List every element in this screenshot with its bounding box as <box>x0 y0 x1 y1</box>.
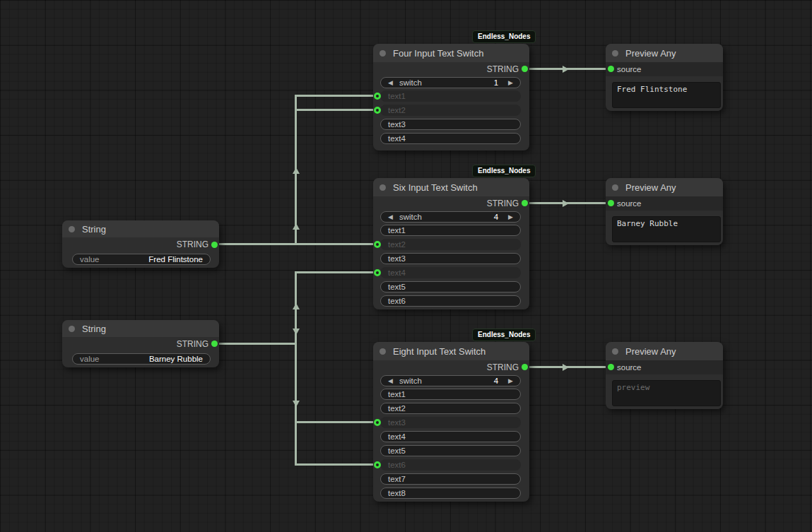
input-label: text4 <box>388 268 406 277</box>
text-widget-text6[interactable]: text6 <box>380 295 521 307</box>
collapse-dot-icon[interactable] <box>69 226 75 232</box>
text-widget-text2[interactable]: text2 <box>380 403 521 414</box>
input-row-text1[interactable]: text1 <box>380 90 521 102</box>
text-widget-text7[interactable]: text7 <box>380 473 521 485</box>
widget-label: text6 <box>388 297 406 305</box>
wire-arrow-up-icon <box>293 223 300 230</box>
preview-textarea[interactable]: Fred Flintstone <box>612 82 721 108</box>
preview-textarea[interactable]: Barney Rubble <box>612 216 721 242</box>
input-socket-switch4-text1[interactable] <box>374 93 381 100</box>
output-socket-switch6[interactable] <box>522 200 528 206</box>
collapse-dot-icon[interactable] <box>379 348 386 355</box>
preview-textarea[interactable]: preview <box>612 380 721 406</box>
collapse-dot-icon[interactable] <box>612 348 618 355</box>
input-row-text3[interactable]: text3 <box>380 417 521 428</box>
graph-canvas[interactable]: Endless_Nodes Endless_Nodes Endless_Node… <box>0 0 812 532</box>
output-slot-label: STRING <box>487 64 519 74</box>
input-socket-switch6-text4[interactable] <box>374 269 381 276</box>
widget-label: text7 <box>388 475 406 483</box>
step-left-icon[interactable]: ◀ <box>388 378 393 384</box>
text-widget-text1[interactable]: text1 <box>380 389 521 400</box>
text-widget-text1[interactable]: text1 <box>380 225 521 236</box>
step-right-icon[interactable]: ▶ <box>508 378 513 384</box>
output-slot-row: STRING <box>373 360 529 374</box>
input-slot-label: source <box>617 199 642 208</box>
node-four-input-text-switch: Four Input Text Switch STRING ◀ switch 1… <box>373 44 529 150</box>
output-socket-switch4[interactable] <box>522 66 528 72</box>
text-widget-text3[interactable]: text3 <box>380 253 521 264</box>
widget-label: text8 <box>388 489 406 497</box>
collapse-dot-icon[interactable] <box>612 50 618 57</box>
switch-widget[interactable]: ◀ switch 4 ▶ <box>380 211 521 223</box>
input-socket-switch8-text6[interactable] <box>374 461 381 468</box>
step-left-icon[interactable]: ◀ <box>388 214 393 220</box>
input-socket-preview1-source[interactable] <box>608 66 614 72</box>
widget-label: switch <box>399 213 422 221</box>
step-right-icon[interactable]: ▶ <box>508 80 513 86</box>
value-widget[interactable]: value Barney Rubble <box>72 353 211 365</box>
input-socket-switch4-text2[interactable] <box>374 107 381 114</box>
input-socket-preview2-source[interactable] <box>608 200 614 206</box>
link-wire <box>295 421 377 423</box>
node-titlebar[interactable]: String <box>62 320 219 337</box>
output-slot-label: STRING <box>487 362 519 372</box>
input-row-text4[interactable]: text4 <box>380 267 521 278</box>
input-label: text2 <box>388 240 406 249</box>
node-titlebar[interactable]: Four Input Text Switch <box>373 44 529 62</box>
output-slot-row: STRING <box>62 237 219 252</box>
text-widget-text8[interactable]: text8 <box>380 487 521 499</box>
collapse-dot-icon[interactable] <box>612 184 618 191</box>
input-slot-label: source <box>617 65 642 73</box>
input-slot-row: source <box>606 360 723 374</box>
input-row-text2[interactable]: text2 <box>380 105 521 116</box>
node-titlebar[interactable]: Eight Input Text Switch <box>373 342 529 360</box>
output-slot-row: STRING <box>62 337 219 351</box>
text-widget-text3[interactable]: text3 <box>380 119 521 130</box>
node-titlebar[interactable]: String <box>62 220 219 237</box>
widget-label: text1 <box>388 390 406 398</box>
collapse-dot-icon[interactable] <box>379 184 386 191</box>
node-title: String <box>82 324 106 334</box>
input-slot-row: source <box>606 196 723 211</box>
node-titlebar[interactable]: Preview Any <box>606 178 723 196</box>
widget-label: value <box>80 355 100 363</box>
input-socket-preview3-source[interactable] <box>608 364 614 370</box>
widget-value: 4 <box>494 377 498 385</box>
widget-label: text5 <box>388 283 406 291</box>
input-socket-switch8-text3[interactable] <box>374 419 381 426</box>
output-slot-label: STRING <box>487 199 519 208</box>
text-widget-text4[interactable]: text4 <box>380 133 521 144</box>
text-widget-text5[interactable]: text5 <box>380 281 521 292</box>
widget-label: text2 <box>388 404 406 413</box>
collapse-dot-icon[interactable] <box>69 326 75 332</box>
link-wire <box>295 109 377 111</box>
text-widget-text5[interactable]: text5 <box>380 445 521 456</box>
input-row-text2[interactable]: text2 <box>380 239 521 250</box>
node-titlebar[interactable]: Preview Any <box>606 342 723 360</box>
widget-value: Fred Flintstone <box>148 255 203 264</box>
text-widget-text4[interactable]: text4 <box>380 431 521 442</box>
node-six-input-text-switch: Six Input Text Switch STRING ◀ switch 4 … <box>373 178 529 309</box>
input-label: text1 <box>388 92 406 100</box>
node-title: Preview Any <box>625 48 676 59</box>
output-socket-string1[interactable] <box>211 242 218 248</box>
widget-label: switch <box>399 78 422 87</box>
step-right-icon[interactable]: ▶ <box>508 214 513 220</box>
node-string-1: String STRING value Fred Flintstone <box>62 220 219 268</box>
wire-arrow-up-icon <box>293 167 300 174</box>
output-socket-string2[interactable] <box>211 341 218 347</box>
step-left-icon[interactable]: ◀ <box>388 80 393 86</box>
collapse-dot-icon[interactable] <box>379 50 386 57</box>
switch-widget[interactable]: ◀ switch 4 ▶ <box>380 375 521 386</box>
node-eight-input-text-switch: Eight Input Text Switch STRING ◀ switch … <box>373 342 529 502</box>
input-socket-switch6-text2[interactable] <box>374 241 381 248</box>
value-widget[interactable]: value Fred Flintstone <box>72 254 211 265</box>
switch-widget[interactable]: ◀ switch 1 ▶ <box>380 77 521 88</box>
node-titlebar[interactable]: Six Input Text Switch <box>373 178 529 196</box>
input-row-text6[interactable]: text6 <box>380 459 521 471</box>
node-titlebar[interactable]: Preview Any <box>606 44 723 62</box>
category-badge: Endless_Nodes <box>472 30 536 43</box>
node-title: String <box>82 224 106 235</box>
link-wire <box>295 463 377 466</box>
output-socket-switch8[interactable] <box>522 364 528 370</box>
